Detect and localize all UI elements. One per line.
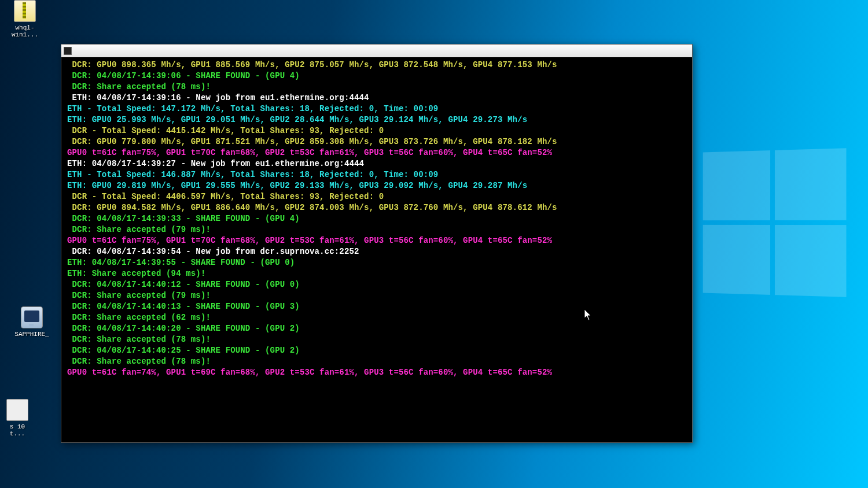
- shortcut-label: s 10 t...: [0, 423, 35, 437]
- terminal-output[interactable]: DCR: GPU0 898.365 Mh/s, GPU1 885.569 Mh/…: [61, 57, 692, 442]
- terminal-line: ETH: 04/08/17-14:39:27 - New job from eu…: [67, 158, 687, 169]
- terminal-line: DCR: Share accepted (78 ms)!: [67, 356, 687, 367]
- desktop-shortcut-generic[interactable]: s 10 t...: [0, 399, 35, 437]
- terminal-line: DCR: GPU0 779.800 Mh/s, GPU1 871.521 Mh/…: [67, 136, 687, 147]
- terminal-line: ETH: GPU0 25.993 Mh/s, GPU1 29.051 Mh/s,…: [67, 114, 687, 125]
- file-icon: [6, 399, 28, 421]
- terminal-line: DCR - Total Speed: 4406.597 Mh/s, Total …: [67, 191, 687, 202]
- display-icon: [21, 306, 43, 328]
- terminal-line: DCR: 04/08/17-14:40:25 - SHARE FOUND - (…: [67, 345, 687, 356]
- terminal-line: ETH - Total Speed: 146.887 Mh/s, Total S…: [67, 169, 687, 180]
- cmd-icon: [64, 47, 72, 55]
- shortcut-label: whql-win1...: [5, 24, 45, 38]
- terminal-line: DCR: 04/08/17-14:40:13 - SHARE FOUND - (…: [67, 301, 687, 312]
- window-titlebar[interactable]: [61, 45, 692, 57]
- terminal-line: DCR: Share accepted (79 ms)!: [67, 224, 687, 235]
- terminal-line: DCR: GPU0 898.365 Mh/s, GPU1 885.569 Mh/…: [67, 60, 687, 71]
- terminal-line: DCR: Share accepted (79 ms)!: [67, 290, 687, 301]
- terminal-line: DCR: GPU0 894.582 Mh/s, GPU1 886.640 Mh/…: [67, 202, 687, 213]
- terminal-line: DCR: Share accepted (78 ms)!: [67, 82, 687, 93]
- terminal-line: DCR: 04/08/17-14:40:12 - SHARE FOUND - (…: [67, 279, 687, 290]
- terminal-line: DCR: Share accepted (62 ms)!: [67, 312, 687, 323]
- terminal-line: ETH: 04/08/17-14:39:55 - SHARE FOUND - (…: [67, 257, 687, 268]
- desktop-shortcut-sapphire[interactable]: SAPPHIRE_: [12, 306, 52, 338]
- terminal-line: DCR: 04/08/17-14:39:33 - SHARE FOUND - (…: [67, 213, 687, 224]
- terminal-line: ETH: Share accepted (94 ms)!: [67, 268, 687, 279]
- shortcut-label: SAPPHIRE_: [12, 331, 52, 338]
- terminal-line: ETH - Total Speed: 147.172 Mh/s, Total S…: [67, 103, 687, 114]
- terminal-line: GPU0 t=61C fan=74%, GPU1 t=69C fan=68%, …: [67, 367, 687, 378]
- terminal-line: GPU0 t=61C fan=75%, GPU1 t=70C fan=68%, …: [67, 235, 687, 246]
- archive-icon: [14, 0, 36, 22]
- terminal-line: DCR: Share accepted (78 ms)!: [67, 334, 687, 345]
- terminal-line: GPU0 t=61C fan=75%, GPU1 t=70C fan=68%, …: [67, 147, 687, 158]
- terminal-line: ETH: GPU0 29.819 Mh/s, GPU1 29.555 Mh/s,…: [67, 180, 687, 191]
- terminal-line: DCR: 04/08/17-14:40:20 - SHARE FOUND - (…: [67, 323, 687, 334]
- terminal-line: DCR - Total Speed: 4415.142 Mh/s, Total …: [67, 125, 687, 136]
- windows-desktop: whql-win1... SAPPHIRE_ s 10 t... DCR: GP…: [0, 0, 868, 488]
- desktop-shortcut-zip[interactable]: whql-win1...: [5, 0, 45, 38]
- terminal-line: DCR: 04/08/17-14:39:54 - New job from dc…: [67, 246, 687, 257]
- command-prompt-window[interactable]: DCR: GPU0 898.365 Mh/s, GPU1 885.569 Mh/…: [61, 44, 693, 443]
- terminal-line: DCR: 04/08/17-14:39:06 - SHARE FOUND - (…: [67, 71, 687, 82]
- windows-logo-icon: [703, 148, 847, 297]
- terminal-line: ETH: 04/08/17-14:39:16 - New job from eu…: [67, 93, 687, 103]
